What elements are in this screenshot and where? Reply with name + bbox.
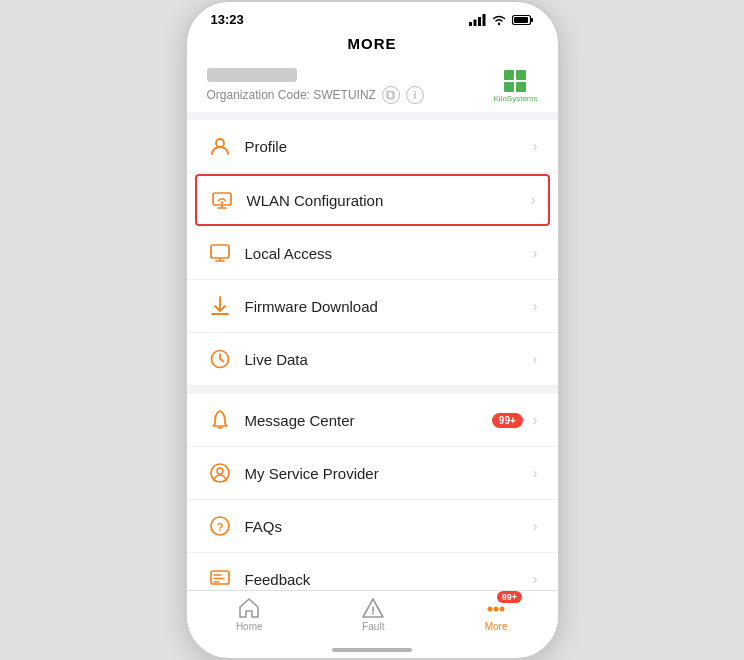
faqs-label: FAQs xyxy=(245,518,529,535)
feedback-chevron: › xyxy=(533,571,538,587)
local-access-label: Local Access xyxy=(245,245,529,262)
content-area: Organization Code: SWETUINZ i KiloSyst xyxy=(187,60,558,590)
wlan-icon xyxy=(209,187,235,213)
menu-item-live-data[interactable]: Live Data › xyxy=(187,333,558,386)
menu-item-message-center[interactable]: Message Center 99+ › xyxy=(187,394,558,447)
tab-more-label: More xyxy=(485,621,508,632)
page-title: MORE xyxy=(348,35,397,52)
local-access-icon xyxy=(207,240,233,266)
separator-2 xyxy=(187,386,558,394)
feedback-label: Feedback xyxy=(245,571,529,588)
svg-point-14 xyxy=(220,201,222,203)
svg-point-10 xyxy=(216,139,224,147)
faqs-chevron: › xyxy=(533,518,538,534)
status-time: 13:23 xyxy=(211,12,244,27)
status-icons xyxy=(469,14,534,26)
service-provider-chevron: › xyxy=(533,465,538,481)
svg-rect-7 xyxy=(514,17,528,23)
svg-rect-6 xyxy=(530,18,533,22)
firmware-icon xyxy=(207,293,233,319)
brand-logo: KiloSystems xyxy=(493,70,537,103)
menu-item-faqs[interactable]: ? FAQs › xyxy=(187,500,558,553)
org-code-label: Organization Code: SWETUINZ xyxy=(207,88,376,102)
svg-point-4 xyxy=(497,22,499,24)
firmware-label: Firmware Download xyxy=(245,298,529,315)
menu-item-service-provider[interactable]: My Service Provider › xyxy=(187,447,558,500)
svg-rect-15 xyxy=(211,245,229,258)
menu-item-profile[interactable]: Profile › xyxy=(187,120,558,173)
svg-point-32 xyxy=(488,607,493,612)
service-provider-label: My Service Provider xyxy=(245,465,529,482)
menu-item-feedback[interactable]: Feedback › xyxy=(187,553,558,590)
service-provider-icon xyxy=(207,460,233,486)
signal-icon xyxy=(469,14,486,26)
org-row: Organization Code: SWETUINZ i KiloSyst xyxy=(187,60,558,112)
message-center-chevron: › xyxy=(533,412,538,428)
svg-point-22 xyxy=(217,468,223,474)
tab-more[interactable]: 99+ More xyxy=(484,597,508,632)
menu-item-wlan[interactable]: WLAN Configuration › xyxy=(195,174,550,226)
tab-home[interactable]: Home xyxy=(236,597,263,632)
info-icon[interactable]: i xyxy=(406,86,424,104)
profile-chevron: › xyxy=(533,138,538,154)
message-center-label: Message Center xyxy=(245,412,492,429)
tab-fault[interactable]: Fault xyxy=(361,597,385,632)
menu-item-local-access[interactable]: Local Access › xyxy=(187,227,558,280)
battery-icon xyxy=(512,14,534,26)
home-indicator xyxy=(187,642,558,658)
home-bar xyxy=(332,648,412,652)
wlan-label: WLAN Configuration xyxy=(247,192,527,209)
live-data-label: Live Data xyxy=(245,351,529,368)
svg-rect-1 xyxy=(473,19,476,26)
bell-icon xyxy=(207,407,233,433)
feedback-icon xyxy=(207,566,233,590)
svg-point-33 xyxy=(494,607,499,612)
phone-frame: 13:23 MORE xyxy=(185,0,560,660)
separator-1 xyxy=(187,112,558,120)
faqs-icon: ? xyxy=(207,513,233,539)
live-data-icon xyxy=(207,346,233,372)
tab-bar: Home Fault 99+ More xyxy=(187,590,558,642)
brand-name: KiloSystems xyxy=(493,94,537,103)
tab-more-icon-wrapper: 99+ xyxy=(484,597,508,619)
org-code-row: Organization Code: SWETUINZ i xyxy=(207,86,424,104)
svg-rect-3 xyxy=(482,14,485,26)
firmware-chevron: › xyxy=(533,298,538,314)
org-left: Organization Code: SWETUINZ i xyxy=(207,68,424,104)
home-tab-icon xyxy=(237,597,261,619)
svg-point-31 xyxy=(372,613,374,615)
profile-icon xyxy=(207,133,233,159)
svg-rect-2 xyxy=(478,17,481,26)
copy-icon[interactable] xyxy=(382,86,400,104)
message-badge: 99+ xyxy=(492,413,523,428)
org-name-blur xyxy=(207,68,297,82)
live-data-chevron: › xyxy=(533,351,538,367)
svg-text:?: ? xyxy=(216,521,223,533)
local-access-chevron: › xyxy=(533,245,538,261)
svg-point-34 xyxy=(500,607,505,612)
wlan-row-wrapper: WLAN Configuration › xyxy=(187,174,558,226)
wifi-icon xyxy=(491,14,507,26)
page-header: MORE xyxy=(187,31,558,60)
menu-item-firmware[interactable]: Firmware Download › xyxy=(187,280,558,333)
more-tab-badge: 99+ xyxy=(497,591,522,603)
svg-rect-0 xyxy=(469,22,472,26)
status-bar: 13:23 xyxy=(187,2,558,31)
fault-tab-icon xyxy=(361,597,385,619)
profile-label: Profile xyxy=(245,138,529,155)
wlan-chevron: › xyxy=(531,192,536,208)
tab-home-label: Home xyxy=(236,621,263,632)
tab-fault-label: Fault xyxy=(362,621,384,632)
